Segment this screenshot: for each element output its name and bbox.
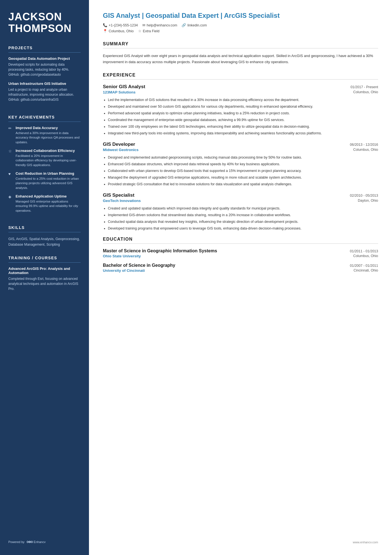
edu-item-2: Bachelor of Science in Geography 01/2007…	[103, 263, 378, 273]
achievements-title: KEY ACHIEVEMENTS	[8, 115, 81, 119]
job-1-company: 123MAP Solutions	[103, 90, 136, 94]
extra-field-contact: ☆ Extra Field	[138, 29, 160, 33]
project-item-1: Geospatial Data Automation Project Devel…	[8, 56, 81, 77]
bullet: Implemented GIS-driven solutions that st…	[108, 212, 378, 218]
achievement-4-title: Enhanced Application Uptime	[16, 194, 81, 198]
phone-contact: 📞 +1-(234)-555-1234	[103, 23, 138, 27]
edu-2-dates: 01/2007 - 01/2011	[350, 264, 378, 268]
edu-item-1: Master of Science in Geographic Informat…	[103, 248, 378, 258]
achievement-2-title: Increased Collaboration Efficiency	[16, 149, 81, 153]
email-address: help@enhancv.com	[147, 23, 177, 27]
training-1-desc: Completed through Esri, focusing on adva…	[8, 276, 81, 291]
bullet: Managed the deployment of upgraded GIS e…	[108, 175, 378, 180]
training-1-title: Advanced ArcGIS Pro: Analysis and Automa…	[8, 267, 81, 275]
achievements-divider	[8, 122, 81, 122]
job-1-bullets: Led the implementation of GIS solutions …	[103, 97, 378, 136]
project-2-title: Urban Infrastructure GIS Initiative	[8, 82, 81, 86]
linkedin-url: linkedin.com	[187, 23, 207, 27]
sidebar: JACKSON THOMPSON PROJECTS Geospatial Dat…	[0, 0, 89, 555]
project-1-desc: Developed scripts for automating data pr…	[8, 62, 81, 77]
heart-icon: ♥	[8, 172, 13, 176]
sidebar-footer: Powered by Enhancv	[8, 532, 81, 544]
achievement-item-2: ☆ Increased Collaboration Efficiency Fac…	[8, 149, 81, 167]
projects-section: PROJECTS Geospatial Data Automation Proj…	[8, 46, 81, 107]
job-3-bullets: Created and updated spatial datasets whi…	[103, 206, 378, 231]
achievement-item-3: ♥ Cost Reduction in Urban Planning Contr…	[8, 171, 81, 190]
linkedin-contact: 🔗 linkedin.com	[182, 23, 207, 27]
bullet: Trained over 100 city employees on the l…	[108, 124, 378, 129]
edu-2-school: University of Cincinnati	[103, 268, 145, 273]
achievement-1-title: Improved Data Accuracy	[16, 126, 81, 130]
bullet: Created and updated spatial datasets whi…	[108, 206, 378, 211]
location-contact: 📍 Columbus, Ohio	[103, 29, 134, 33]
extra-field-text: Extra Field	[143, 29, 160, 33]
phone-number: +1-(234)-555-1234	[109, 23, 138, 27]
enhancv-logo: Enhancv	[27, 540, 46, 544]
skills-section: SKILLS GIS, ArcGIS, Spatial Analysis, Ge…	[8, 225, 81, 247]
diamond-icon: ◈	[8, 194, 13, 199]
pencil-icon: ✏	[8, 126, 13, 130]
phone-icon: 📞	[103, 23, 107, 27]
training-divider	[8, 262, 81, 263]
bullet: Performed advanced spatial analysis to o…	[108, 110, 378, 116]
summary-section: SUMMARY Experienced GIS Analyst with ove…	[103, 41, 378, 73]
education-divider	[103, 243, 378, 244]
bullet: Coordinated the management of enterprise…	[108, 117, 378, 123]
bullet: Developed training programs that empower…	[108, 226, 378, 231]
skills-text: GIS, ArcGIS, Spatial Analysis, Geoproces…	[8, 236, 81, 247]
project-2-desc: Led a project to map and analyze urban i…	[8, 87, 81, 102]
infinity-icon	[27, 540, 33, 544]
location-text: Columbus, Ohio	[109, 29, 134, 33]
bullet: Led the implementation of GIS solutions …	[108, 97, 378, 103]
edu-1-degree: Master of Science in Geographic Informat…	[103, 248, 217, 254]
job-title: GIS Analyst | Geospatial Data Expert | A…	[103, 11, 378, 20]
bullet: Developed and maintained over 50 custom …	[108, 104, 378, 109]
bullet: Designed and implemented automated geopr…	[108, 155, 378, 160]
powered-by-label: Powered by	[8, 540, 24, 544]
main-content: GIS Analyst | Geospatial Data Expert | A…	[89, 0, 392, 555]
bullet: Provided strategic GIS consultation that…	[108, 181, 378, 187]
email-contact: ✉ help@enhancv.com	[142, 23, 177, 27]
contact-row: 📞 +1-(234)-555-1234 ✉ help@enhancv.com 🔗…	[103, 23, 378, 27]
training-section: TRAINING / COURSES Advanced ArcGIS Pro: …	[8, 256, 81, 291]
location-row: 📍 Columbus, Ohio ☆ Extra Field	[103, 29, 378, 33]
edu-2-location: Cincinnati, Ohio	[354, 268, 378, 273]
edu-1-location: Columbus, Ohio	[353, 254, 378, 258]
achievement-1-desc: Achieved a 30% improvement in data accur…	[16, 131, 81, 145]
achievement-item-1: ✏ Improved Data Accuracy Achieved a 30% …	[8, 126, 81, 145]
star-outline-icon: ☆	[138, 29, 142, 33]
bullet: Conducted spatial data analysis that rev…	[108, 219, 378, 225]
location-icon: 📍	[103, 29, 107, 33]
job-1-dates: 01/2017 - Present	[351, 85, 378, 89]
projects-divider	[8, 52, 81, 53]
summary-section-title: SUMMARY	[103, 41, 378, 46]
achievement-2-desc: Facilitated a 20% improvement in collabo…	[16, 154, 81, 167]
edu-1-school: Ohio State University	[103, 254, 141, 258]
job-2-dates: 06/2013 - 12/2016	[350, 143, 378, 147]
job-3-title: GIS Specialist	[103, 193, 134, 198]
candidate-name: JACKSON THOMPSON	[8, 11, 81, 34]
education-section-title: EDUCATION	[103, 237, 378, 242]
job-2-bullets: Designed and implemented automated geopr…	[103, 155, 378, 187]
job-item-3: GIS Specialist 02/2010 - 05/2013 GeoTech…	[103, 193, 378, 231]
experience-section-title: EXPERIENCE	[103, 73, 378, 78]
achievement-4-desc: Managed GIS enterprise applications ensu…	[16, 199, 81, 213]
skills-divider	[8, 232, 81, 232]
education-section: EDUCATION Master of Science in Geographi…	[103, 237, 378, 277]
main-header: GIS Analyst | Geospatial Data Expert | A…	[103, 11, 378, 41]
job-2-title: GIS Developer	[103, 142, 135, 147]
training-title: TRAINING / COURSES	[8, 256, 81, 260]
job-1-title: Senior GIS Analyst	[103, 84, 145, 90]
training-item-1: Advanced ArcGIS Pro: Analysis and Automa…	[8, 267, 81, 291]
achievement-3-title: Cost Reduction in Urban Planning	[16, 171, 81, 176]
job-3-company: GeoTech Innovations	[103, 199, 141, 203]
job-2-company: Midwest Geotronics	[103, 148, 138, 152]
bullet: Enhanced GIS database structures, which …	[108, 161, 378, 167]
edu-2-degree: Bachelor of Science in Geography	[103, 263, 175, 268]
brand-name: Enhancv	[34, 540, 46, 544]
job-3-location: Dayton, Ohio	[358, 199, 378, 203]
job-3-dates: 02/2010 - 05/2013	[350, 194, 378, 198]
achievement-item-4: ◈ Enhanced Application Uptime Managed GI…	[8, 194, 81, 213]
edu-1-dates: 01/2011 - 01/2013	[350, 249, 378, 253]
job-2-location: Columbus, Ohio	[353, 148, 378, 152]
